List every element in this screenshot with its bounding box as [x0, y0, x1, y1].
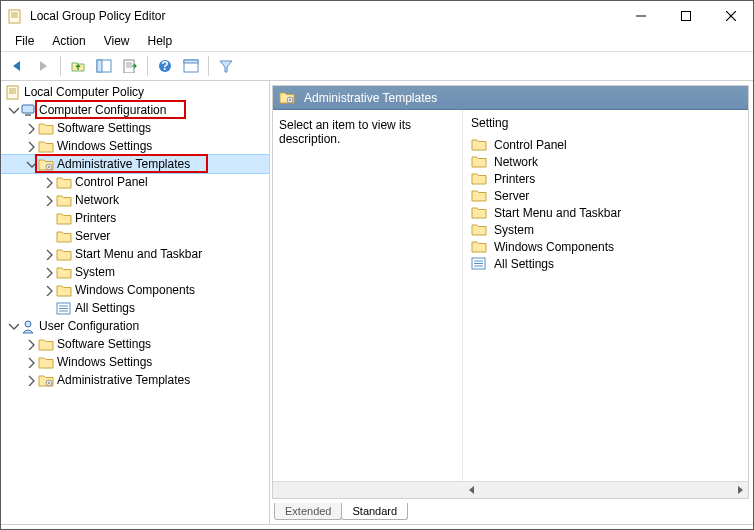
help-button[interactable]: ? [153, 54, 177, 78]
folder-icon [56, 211, 72, 225]
expander-icon[interactable] [43, 194, 55, 206]
statusbar [1, 525, 753, 529]
tree-software-settings[interactable]: Software Settings [1, 119, 269, 137]
list-item[interactable]: Server [465, 187, 746, 204]
scroll-left-button[interactable] [463, 482, 480, 499]
app-icon [7, 9, 23, 23]
folder-icon [471, 223, 487, 237]
expander-icon[interactable] [7, 320, 19, 332]
expander-icon[interactable] [25, 122, 37, 134]
tree-printers[interactable]: Printers [1, 209, 269, 227]
tree-pane[interactable]: Local Computer Policy Computer Configura… [1, 81, 270, 524]
tree-administrative-templates[interactable]: Administrative Templates [1, 155, 269, 173]
column-header-setting[interactable]: Setting [465, 114, 746, 136]
settings-list[interactable]: Setting Control Panel Network Printers S… [463, 110, 748, 481]
main-area: Local Computer Policy Computer Configura… [1, 81, 753, 525]
toolbar-separator [147, 56, 148, 76]
maximize-button[interactable] [663, 2, 708, 31]
description-text: Select an item to view its description. [279, 118, 456, 146]
folder-icon [38, 121, 54, 135]
properties-button[interactable] [179, 54, 203, 78]
content-panel: Administrative Templates Select an item … [272, 85, 749, 499]
expander-icon[interactable] [43, 248, 55, 260]
tree-uc-windows-settings[interactable]: Windows Settings [1, 353, 269, 371]
tab-extended[interactable]: Extended [274, 503, 342, 520]
tabs-strip: Extended Standard [272, 499, 749, 520]
folder-icon [56, 193, 72, 207]
computer-icon [20, 103, 36, 117]
expander-icon[interactable] [25, 356, 37, 368]
folder-gear-icon [38, 373, 54, 387]
tree-label: User Configuration [39, 319, 139, 333]
menu-file[interactable]: File [7, 32, 42, 50]
back-button[interactable] [5, 54, 29, 78]
expander-icon[interactable] [25, 140, 37, 152]
tree-computer-configuration[interactable]: Computer Configuration [1, 101, 269, 119]
list-item[interactable]: Control Panel [465, 136, 746, 153]
up-button[interactable] [66, 54, 90, 78]
tree-server[interactable]: Server [1, 227, 269, 245]
tree-uc-administrative-templates[interactable]: Administrative Templates [1, 371, 269, 389]
horizontal-scrollbar[interactable] [273, 481, 748, 498]
expander-icon[interactable] [25, 338, 37, 350]
tree-label: Server [75, 229, 110, 243]
list-item[interactable]: System [465, 221, 746, 238]
expander-icon[interactable] [43, 176, 55, 188]
folder-icon [471, 240, 487, 254]
close-button[interactable] [708, 2, 753, 31]
tree-windows-components[interactable]: Windows Components [1, 281, 269, 299]
svg-rect-26 [184, 60, 198, 63]
tree-label: Administrative Templates [57, 157, 190, 171]
list-label: Start Menu and Taskbar [494, 206, 621, 220]
folder-icon [56, 247, 72, 261]
tree-start-menu-taskbar[interactable]: Start Menu and Taskbar [1, 245, 269, 263]
menubar: File Action View Help [1, 31, 753, 51]
scroll-right-button[interactable] [731, 482, 748, 499]
menu-view[interactable]: View [96, 32, 138, 50]
tree-root[interactable]: Local Computer Policy [1, 83, 269, 101]
expander-icon[interactable] [43, 266, 55, 278]
expander-icon[interactable] [7, 104, 19, 116]
expander-icon[interactable] [43, 284, 55, 296]
filter-button[interactable] [214, 54, 238, 78]
tree-label: Printers [75, 211, 116, 225]
tree-label: Software Settings [57, 121, 151, 135]
forward-button[interactable] [31, 54, 55, 78]
folder-icon [56, 265, 72, 279]
folder-icon [471, 138, 487, 152]
tab-standard[interactable]: Standard [341, 503, 408, 520]
expander-icon[interactable] [25, 158, 37, 170]
tree-windows-settings[interactable]: Windows Settings [1, 137, 269, 155]
list-item[interactable]: Start Menu and Taskbar [465, 204, 746, 221]
folder-icon [471, 172, 487, 186]
export-button[interactable] [118, 54, 142, 78]
folder-gear-icon [38, 157, 54, 171]
tree-network[interactable]: Network [1, 191, 269, 209]
list-label: Server [494, 189, 529, 203]
show-hide-tree-button[interactable] [92, 54, 116, 78]
list-item[interactable]: Network [465, 153, 746, 170]
menu-help[interactable]: Help [140, 32, 181, 50]
expander-icon[interactable] [25, 374, 37, 386]
minimize-button[interactable] [618, 2, 663, 31]
tree-user-configuration[interactable]: User Configuration [1, 317, 269, 335]
tree-label: Administrative Templates [57, 373, 190, 387]
list-label: Control Panel [494, 138, 567, 152]
tree-uc-software-settings[interactable]: Software Settings [1, 335, 269, 353]
list-item[interactable]: Windows Components [465, 238, 746, 255]
toolbar: ? [1, 51, 753, 81]
user-icon [20, 319, 36, 333]
right-pane: Administrative Templates Select an item … [270, 81, 753, 524]
list-item[interactable]: Printers [465, 170, 746, 187]
menu-action[interactable]: Action [44, 32, 93, 50]
content-header: Administrative Templates [273, 86, 748, 110]
folder-icon [38, 139, 54, 153]
tree-system[interactable]: System [1, 263, 269, 281]
tree-all-settings[interactable]: All Settings [1, 299, 269, 317]
description-column: Select an item to view its description. [273, 110, 463, 481]
tree-label: Network [75, 193, 119, 207]
expander-placeholder [43, 230, 55, 242]
list-item[interactable]: All Settings [465, 255, 746, 272]
list-label: System [494, 223, 534, 237]
tree-control-panel[interactable]: Control Panel [1, 173, 269, 191]
